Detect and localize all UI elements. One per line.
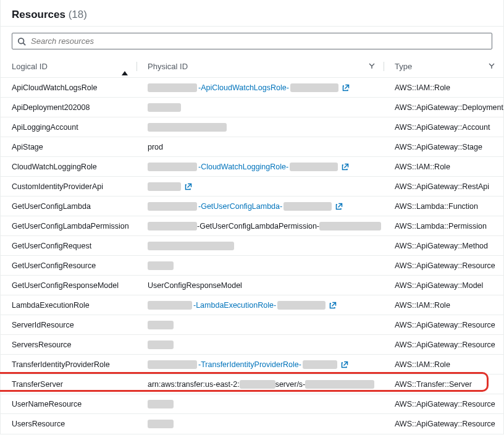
table-row[interactable]: LambdaExecutionRole-LambdaExecutionRole-…: [1, 295, 503, 315]
physical-id-link[interactable]: -ApiCloudWatchLogsRole-: [198, 83, 289, 92]
redacted-text: [148, 341, 174, 349]
type-cell: AWS::ApiGateway::Resource: [384, 414, 503, 434]
external-link-icon[interactable]: [341, 361, 348, 368]
redacted-text: [148, 321, 174, 329]
physical-id-text: -GetUserConfigLambdaPermission-: [197, 222, 319, 231]
col-physical-id[interactable]: Physical ID: [136, 56, 384, 78]
table-row[interactable]: GetUserConfigLambda-GetUserConfigLambda-…: [1, 197, 503, 216]
svg-line-1: [23, 43, 26, 45]
physical-id-link[interactable]: -CloudWatchLoggingRole-: [198, 163, 288, 171]
logical-id-cell: CustomIdentityProviderApi: [1, 177, 136, 197]
col-logical-id[interactable]: Logical ID: [1, 56, 136, 78]
redacted-text: [148, 400, 174, 408]
physical-id-cell: [136, 177, 384, 197]
physical-id-cell: -ApiCloudWatchLogsRole-: [136, 78, 384, 98]
table-row[interactable]: TransferServerarn:aws:transfer:us-east-2…: [1, 374, 503, 394]
search-input[interactable]: [31, 36, 487, 46]
table-row[interactable]: GetUserConfigResponseModelUserConfigResp…: [1, 276, 503, 295]
svg-point-0: [19, 38, 24, 43]
table-row[interactable]: ApiStageprodAWS::ApiGateway::Stage: [1, 137, 503, 157]
physical-id-cell: prod: [136, 137, 384, 157]
table-row[interactable]: UserNameResourceAWS::ApiGateway::Resourc…: [1, 394, 503, 414]
redacted-text: [148, 103, 181, 112]
external-link-icon[interactable]: [185, 183, 192, 190]
logical-id-cell: ApiStage: [1, 137, 136, 157]
physical-id-cell: [136, 394, 384, 414]
redacted-text: [303, 360, 337, 369]
table-row[interactable]: GetUserConfigLambdaPermission-GetUserCon…: [1, 216, 503, 236]
col-physical-label: Physical ID: [148, 62, 188, 71]
external-link-icon[interactable]: [342, 84, 350, 91]
table-row[interactable]: ApiLoggingAccountAWS::ApiGateway::Accoun…: [1, 117, 503, 137]
redacted-text: [290, 163, 338, 171]
logical-id-cell: GetUserConfigRequest: [1, 236, 136, 256]
physical-id-cell: [136, 98, 384, 117]
type-cell: AWS::ApiGateway::Account: [384, 117, 503, 137]
physical-id-cell: [136, 256, 384, 276]
redacted-text: [148, 202, 197, 211]
filter-icon[interactable]: [369, 62, 375, 71]
panel-title: Resources: [12, 9, 65, 20]
table-row[interactable]: GetUserConfigRequestAWS::ApiGateway::Met…: [1, 236, 503, 256]
table-row[interactable]: GetUserConfigResourceAWS::ApiGateway::Re…: [1, 256, 503, 276]
physical-id-cell: -CloudWatchLoggingRole-: [136, 157, 384, 177]
table-row[interactable]: ServersResourceAWS::ApiGateway::Resource: [1, 335, 503, 355]
logical-id-cell: ApiDeployment202008: [1, 98, 136, 117]
redacted-text: [148, 163, 197, 171]
type-cell: AWS::ApiGateway::Resource: [384, 394, 503, 414]
redacted-text: [305, 380, 374, 389]
logical-id-cell: TransferServer: [1, 374, 136, 394]
type-cell: AWS::ApiGateway::Method: [384, 236, 503, 256]
physical-id-cell: -LambdaExecutionRole-: [136, 295, 384, 315]
type-cell: AWS::IAM::Role: [384, 355, 503, 374]
resources-panel: Resources (18) Logical ID: [0, 0, 504, 434]
physical-id-text: UserConfigResponseModel: [148, 281, 242, 290]
table-row[interactable]: TransferIdentityProviderRole-TransferIde…: [1, 355, 503, 374]
physical-id-cell: [136, 117, 384, 137]
type-cell: AWS::IAM::Role: [384, 78, 503, 98]
logical-id-cell: ServerIdResource: [1, 315, 136, 335]
redacted-text: [240, 380, 275, 389]
sort-asc-icon[interactable]: [122, 62, 128, 71]
type-cell: AWS::ApiGateway::RestApi: [384, 177, 503, 197]
type-cell: AWS::Lambda::Permission: [384, 216, 503, 236]
search-icon: [17, 37, 26, 46]
table-row[interactable]: UsersResourceAWS::ApiGateway::Resource: [1, 414, 503, 434]
type-cell: AWS::Lambda::Function: [384, 197, 503, 216]
logical-id-cell: ApiCloudWatchLogsRole: [1, 78, 136, 98]
redacted-text: [319, 222, 381, 231]
external-link-icon[interactable]: [335, 203, 343, 210]
table-row[interactable]: ApiDeployment202008AWS::ApiGateway::Depl…: [1, 98, 503, 117]
physical-id-arn: arn:aws:transfer:us-east-2:: [148, 380, 240, 389]
table-row[interactable]: ServerIdResourceAWS::ApiGateway::Resourc…: [1, 315, 503, 335]
external-link-icon[interactable]: [342, 163, 349, 171]
logical-id-cell: LambdaExecutionRole: [1, 295, 136, 315]
physical-id-cell: [136, 335, 384, 355]
logical-id-cell: ServersResource: [1, 335, 136, 355]
table-row[interactable]: ApiCloudWatchLogsRole-ApiCloudWatchLogsR…: [1, 78, 503, 98]
external-link-icon[interactable]: [329, 302, 337, 309]
filter-icon[interactable]: [489, 62, 495, 71]
col-logical-label: Logical ID: [12, 62, 48, 71]
redacted-text: [148, 261, 174, 270]
table-row[interactable]: CustomIdentityProviderApiAWS::ApiGateway…: [1, 177, 503, 197]
redacted-text: [277, 301, 326, 310]
physical-id-cell: [136, 315, 384, 335]
search-box[interactable]: [12, 33, 492, 49]
redacted-text: [148, 360, 197, 369]
physical-id-link[interactable]: -GetUserConfigLambda-: [198, 202, 282, 211]
col-type[interactable]: Type: [384, 56, 503, 78]
physical-id-cell: -GetUserConfigLambda-: [136, 197, 384, 216]
type-cell: AWS::IAM::Role: [384, 157, 503, 177]
redacted-text: [148, 301, 192, 310]
physical-id-link[interactable]: -LambdaExecutionRole-: [193, 301, 276, 310]
physical-id-link[interactable]: -TransferIdentityProviderRole-: [198, 360, 301, 369]
redacted-text: [148, 242, 234, 250]
table-row[interactable]: CloudWatchLoggingRole-CloudWatchLoggingR…: [1, 157, 503, 177]
type-cell: AWS::ApiGateway::Model: [384, 276, 503, 295]
physical-id-arn-mid: server/s-: [275, 380, 306, 389]
logical-id-cell: TransferIdentityProviderRole: [1, 355, 136, 374]
logical-id-cell: GetUserConfigLambda: [1, 197, 136, 216]
panel-count: (18): [69, 9, 87, 20]
physical-id-cell: -GetUserConfigLambdaPermission-: [136, 216, 384, 236]
